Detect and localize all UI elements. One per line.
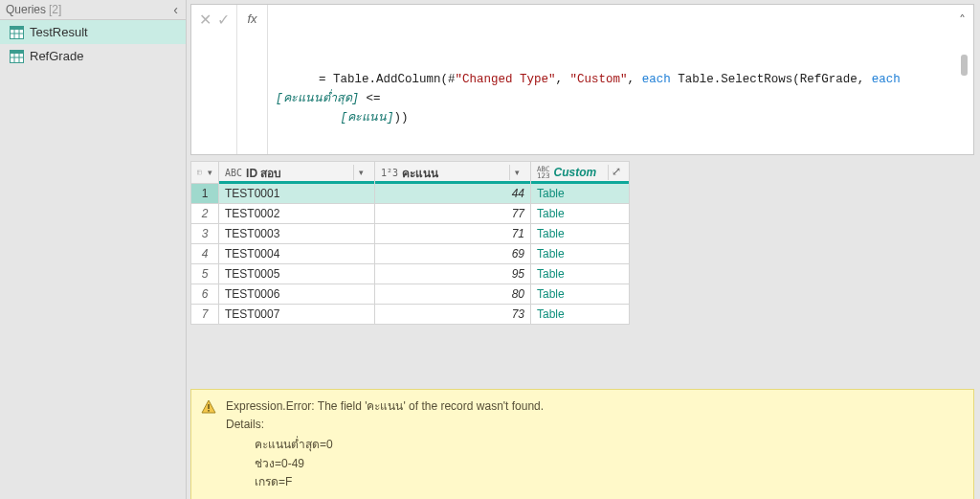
cell-id[interactable]: TEST0002 (219, 204, 375, 224)
main-area: ✕ ✓ fx ˄ = Table.AddColumn(#"Changed Typ… (187, 0, 980, 499)
svg-rect-10 (197, 170, 201, 174)
error-body: Expression.Error: The field 'คะแนน' of t… (226, 397, 544, 491)
data-grid: ▾ ABC ID สอบ ▾ 1²3 คะแนน ▾ ABC123 Custom… (190, 161, 974, 325)
cell-score[interactable]: 73 (375, 305, 531, 325)
svg-rect-6 (11, 50, 24, 54)
cell-custom[interactable]: Table (531, 264, 630, 284)
queries-count: [2] (49, 3, 61, 16)
cell-score[interactable]: 71 (375, 224, 531, 244)
cell-custom[interactable]: Table (531, 204, 630, 224)
row-number[interactable]: 1 (190, 184, 219, 204)
cell-score[interactable]: 80 (375, 284, 531, 305)
cell-id[interactable]: TEST0001 (219, 184, 375, 204)
error-details-label: Details: (226, 416, 544, 434)
table-row[interactable]: 1TEST000144Table (190, 184, 630, 204)
cell-custom[interactable]: Table (531, 184, 630, 204)
cell-score[interactable]: 77 (375, 204, 531, 224)
cell-custom[interactable]: Table (531, 284, 630, 305)
table-row[interactable]: 4TEST000469Table (190, 244, 630, 264)
cell-custom[interactable]: Table (531, 244, 630, 264)
column-header-id[interactable]: ABC ID สอบ ▾ (219, 161, 375, 184)
formula-confirm-icon[interactable]: ✓ (217, 11, 230, 29)
cell-custom[interactable]: Table (531, 305, 630, 325)
row-number[interactable]: 3 (190, 224, 219, 244)
column-filter-score-icon[interactable]: ▾ (509, 165, 524, 180)
column-header-score[interactable]: 1²3 คะแนน ▾ (375, 161, 531, 184)
table-icon (10, 26, 24, 39)
cell-score[interactable]: 69 (375, 244, 531, 264)
svg-rect-15 (208, 410, 210, 412)
query-item-testresult[interactable]: TestResult (0, 20, 186, 44)
error-detail-line: ช่วง=0-49 (255, 455, 544, 473)
cell-score[interactable]: 95 (375, 264, 531, 284)
row-number[interactable]: 5 (190, 264, 219, 284)
grid-corner[interactable]: ▾ (190, 161, 219, 184)
cell-id[interactable]: TEST0003 (219, 224, 375, 244)
table-icon (10, 50, 24, 63)
query-label: RefGrade (30, 49, 83, 63)
formula-scrollbar[interactable] (961, 55, 968, 76)
cell-id[interactable]: TEST0005 (219, 264, 375, 284)
warning-icon (201, 399, 216, 418)
table-row[interactable]: 5TEST000595Table (190, 264, 630, 284)
column-label-score: คะแนน (402, 164, 438, 182)
cell-score[interactable]: 44 (375, 184, 531, 204)
table-row[interactable]: 6TEST000680Table (190, 284, 630, 305)
fx-icon[interactable]: fx (237, 5, 268, 154)
collapse-panel-icon[interactable]: ‹ (171, 2, 180, 17)
column-header-custom[interactable]: ABC123 Custom ⤢ (531, 161, 630, 184)
row-number[interactable]: 6 (190, 284, 219, 305)
error-panel: Expression.Error: The field 'คะแนน' of t… (190, 389, 974, 499)
type-number-icon: 1²3 (381, 168, 398, 178)
query-label: TestResult (30, 25, 88, 39)
svg-rect-14 (208, 404, 210, 409)
table-row[interactable]: 2TEST000277Table (190, 204, 630, 224)
cell-id[interactable]: TEST0007 (219, 305, 375, 325)
formula-collapse-icon[interactable]: ˄ (959, 11, 966, 32)
row-number[interactable]: 7 (190, 305, 219, 325)
svg-rect-1 (11, 26, 24, 30)
row-number[interactable]: 4 (190, 244, 219, 264)
queries-panel: Queries [2] ‹ TestResultRefGrade (0, 0, 187, 499)
column-label-id: ID สอบ (246, 164, 281, 182)
formula-bar: ✕ ✓ fx ˄ = Table.AddColumn(#"Changed Typ… (190, 4, 974, 155)
cell-id[interactable]: TEST0004 (219, 244, 375, 264)
cell-id[interactable]: TEST0006 (219, 284, 375, 305)
error-title: Expression.Error: The field 'คะแนน' of t… (226, 397, 544, 416)
cell-custom[interactable]: Table (531, 224, 630, 244)
column-expand-custom-icon[interactable]: ⤢ (608, 165, 623, 180)
column-filter-id-icon[interactable]: ▾ (353, 165, 368, 180)
queries-title: Queries (6, 3, 46, 16)
error-detail-line: เกรด=F (255, 473, 544, 491)
error-detail-line: คะแนนต่ำสุด=0 (255, 436, 544, 454)
query-item-refgrade[interactable]: RefGrade (0, 44, 186, 68)
row-number[interactable]: 2 (190, 204, 219, 224)
formula-input[interactable]: ˄ = Table.AddColumn(#"Changed Type", "Cu… (268, 5, 973, 154)
queries-header: Queries [2] ‹ (0, 2, 186, 20)
column-label-custom: Custom (554, 166, 597, 179)
table-row[interactable]: 7TEST000773Table (190, 305, 630, 325)
grid-corner-dropdown-icon[interactable]: ▾ (208, 165, 212, 180)
type-any-icon: ABC123 (537, 166, 550, 179)
type-text-icon: ABC (225, 168, 242, 178)
formula-actions: ✕ ✓ (191, 5, 237, 154)
table-row[interactable]: 3TEST000371Table (190, 224, 630, 244)
formula-cancel-icon[interactable]: ✕ (199, 11, 212, 29)
